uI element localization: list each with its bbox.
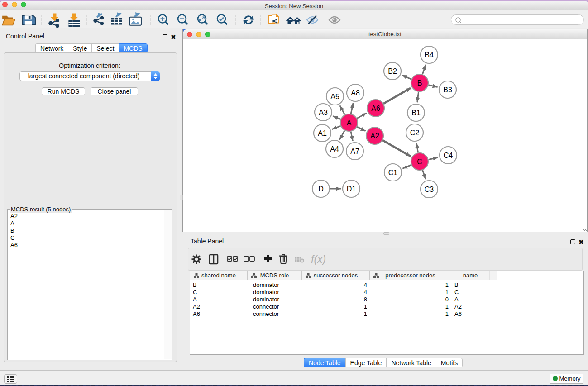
svg-text:B1: B1	[411, 109, 421, 117]
svg-text:B: B	[417, 79, 422, 87]
svg-text:f(x): f(x)	[311, 253, 326, 265]
svg-text:A7: A7	[350, 148, 359, 155]
svg-text:B3: B3	[443, 86, 452, 94]
svg-text:A5: A5	[330, 93, 339, 100]
svg-text:B4: B4	[425, 51, 434, 59]
svg-text:A1: A1	[318, 129, 327, 137]
svg-text:C1: C1	[388, 169, 398, 176]
svg-text:A3: A3	[319, 109, 328, 116]
svg-text:A6: A6	[371, 105, 380, 112]
svg-text:D1: D1	[347, 185, 356, 193]
svg-text:A4: A4	[330, 145, 339, 153]
svg-text:C2: C2	[410, 129, 420, 137]
svg-text:C4: C4	[444, 152, 453, 159]
svg-text:C3: C3	[425, 186, 434, 193]
svg-text:C: C	[417, 158, 422, 166]
svg-text:B2: B2	[388, 67, 397, 75]
svg-text:D: D	[318, 185, 324, 193]
svg-text:A8: A8	[351, 89, 360, 97]
svg-text:A2: A2	[370, 132, 379, 140]
svg-text:A: A	[347, 119, 352, 127]
